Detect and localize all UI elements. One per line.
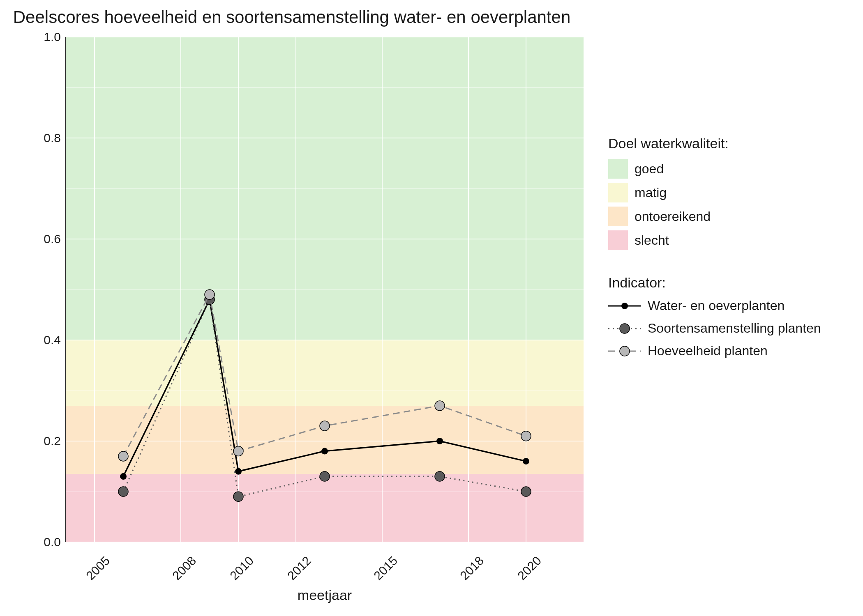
legend-label: matig <box>635 185 667 200</box>
y-tick-label: 0.4 <box>28 333 61 347</box>
legend-key <box>608 345 641 358</box>
legend-swatch <box>608 207 628 226</box>
legend-swatch <box>608 183 628 202</box>
series-point <box>521 487 531 496</box>
legend-series: Water- en oeverplanten <box>608 298 855 313</box>
plot-area: 0.00.20.40.60.81.0 <box>66 37 584 542</box>
series-point <box>321 448 328 455</box>
legend-title-indicator: Indicator: <box>608 275 855 291</box>
series-point <box>205 290 215 299</box>
legend-swatch <box>608 159 628 179</box>
y-axis-line <box>65 37 66 542</box>
legend-swatch <box>608 230 628 250</box>
series-point <box>233 446 243 456</box>
legend-key <box>608 322 641 335</box>
series-point <box>435 471 445 481</box>
series-point <box>521 431 531 441</box>
legend-band-ontoereikend: ontoereikend <box>608 207 855 226</box>
y-tick-label: 0.2 <box>28 434 61 448</box>
y-tick-label: 1.0 <box>28 30 61 44</box>
svg-point-3 <box>620 324 630 333</box>
y-tick-label: 0.8 <box>28 131 61 145</box>
legend-title-quality: Doel waterkwaliteit: <box>608 136 855 152</box>
y-axis-label: kwaliteitscore (0 is minimaal, 1 is maxi… <box>9 0 25 49</box>
y-tick-label: 0.0 <box>28 535 61 549</box>
series-line <box>123 294 526 456</box>
series-point <box>320 471 330 481</box>
legend-band-matig: matig <box>608 183 855 202</box>
legend-label: Soortensamenstelling planten <box>648 321 821 336</box>
legend-label: Water- en oeverplanten <box>648 298 785 313</box>
legend-key <box>608 299 641 313</box>
series-point <box>436 438 443 444</box>
series-point <box>435 401 445 411</box>
series-line <box>123 300 526 497</box>
legend-series: Hoeveelheid planten <box>608 343 855 359</box>
legend-band-slecht: slecht <box>608 230 855 250</box>
chart-title: Deelscores hoeveelheid en soortensamenst… <box>0 7 584 27</box>
legend-band-goed: goed <box>608 159 855 179</box>
series-point <box>118 451 128 461</box>
legend-label: Hoeveelheid planten <box>648 343 768 359</box>
series-point <box>320 421 330 431</box>
series-point <box>233 492 243 501</box>
legend-label: ontoereikend <box>635 209 711 224</box>
legend-series: Soortensamenstelling planten <box>608 321 855 336</box>
series-point <box>118 487 128 496</box>
series-point <box>523 458 529 464</box>
series-point <box>235 468 242 475</box>
legend: Doel waterkwaliteit: goedmatigontoereike… <box>608 136 855 366</box>
x-axis-label: meetjaar <box>66 587 584 603</box>
series-point <box>120 473 127 480</box>
svg-point-5 <box>620 346 630 356</box>
svg-point-1 <box>621 303 628 309</box>
y-tick-label: 0.6 <box>28 232 61 246</box>
legend-label: slecht <box>635 233 669 248</box>
legend-label: goed <box>635 161 664 177</box>
